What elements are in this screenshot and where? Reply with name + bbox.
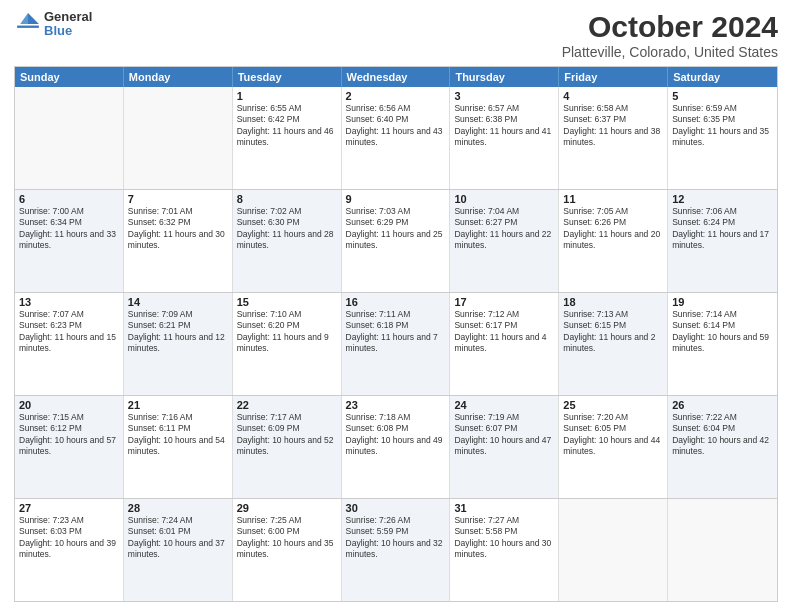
cal-cell: 20Sunrise: 7:15 AM Sunset: 6:12 PM Dayli… bbox=[15, 396, 124, 498]
cal-week-0: 1Sunrise: 6:55 AM Sunset: 6:42 PM Daylig… bbox=[15, 87, 777, 190]
day-number: 24 bbox=[454, 399, 554, 411]
cal-cell: 18Sunrise: 7:13 AM Sunset: 6:15 PM Dayli… bbox=[559, 293, 668, 395]
svg-rect-3 bbox=[17, 26, 39, 28]
day-number: 3 bbox=[454, 90, 554, 102]
cell-info: Sunrise: 6:56 AM Sunset: 6:40 PM Dayligh… bbox=[346, 103, 446, 149]
cell-info: Sunrise: 7:19 AM Sunset: 6:07 PM Dayligh… bbox=[454, 412, 554, 458]
day-number: 25 bbox=[563, 399, 663, 411]
cal-cell: 11Sunrise: 7:05 AM Sunset: 6:26 PM Dayli… bbox=[559, 190, 668, 292]
cell-info: Sunrise: 7:05 AM Sunset: 6:26 PM Dayligh… bbox=[563, 206, 663, 252]
page-subtitle: Platteville, Colorado, United States bbox=[562, 44, 778, 60]
day-number: 18 bbox=[563, 296, 663, 308]
day-number: 12 bbox=[672, 193, 773, 205]
cal-cell: 14Sunrise: 7:09 AM Sunset: 6:21 PM Dayli… bbox=[124, 293, 233, 395]
cal-cell: 2Sunrise: 6:56 AM Sunset: 6:40 PM Daylig… bbox=[342, 87, 451, 189]
logo-line2: Blue bbox=[44, 24, 92, 38]
day-number: 29 bbox=[237, 502, 337, 514]
cal-week-2: 13Sunrise: 7:07 AM Sunset: 6:23 PM Dayli… bbox=[15, 293, 777, 396]
day-number: 26 bbox=[672, 399, 773, 411]
cell-info: Sunrise: 7:18 AM Sunset: 6:08 PM Dayligh… bbox=[346, 412, 446, 458]
cal-cell: 4Sunrise: 6:58 AM Sunset: 6:37 PM Daylig… bbox=[559, 87, 668, 189]
cell-info: Sunrise: 7:27 AM Sunset: 5:58 PM Dayligh… bbox=[454, 515, 554, 561]
day-number: 17 bbox=[454, 296, 554, 308]
cell-info: Sunrise: 7:17 AM Sunset: 6:09 PM Dayligh… bbox=[237, 412, 337, 458]
cal-cell: 29Sunrise: 7:25 AM Sunset: 6:00 PM Dayli… bbox=[233, 499, 342, 601]
day-number: 9 bbox=[346, 193, 446, 205]
cell-info: Sunrise: 7:03 AM Sunset: 6:29 PM Dayligh… bbox=[346, 206, 446, 252]
cal-cell: 8Sunrise: 7:02 AM Sunset: 6:30 PM Daylig… bbox=[233, 190, 342, 292]
logo-text: General Blue bbox=[44, 10, 92, 39]
cal-cell: 19Sunrise: 7:14 AM Sunset: 6:14 PM Dayli… bbox=[668, 293, 777, 395]
day-number: 15 bbox=[237, 296, 337, 308]
cell-info: Sunrise: 7:23 AM Sunset: 6:03 PM Dayligh… bbox=[19, 515, 119, 561]
cell-info: Sunrise: 6:55 AM Sunset: 6:42 PM Dayligh… bbox=[237, 103, 337, 149]
day-number: 19 bbox=[672, 296, 773, 308]
day-number: 20 bbox=[19, 399, 119, 411]
cal-cell: 25Sunrise: 7:20 AM Sunset: 6:05 PM Dayli… bbox=[559, 396, 668, 498]
calendar-header-row: SundayMondayTuesdayWednesdayThursdayFrid… bbox=[15, 67, 777, 87]
cal-header-friday: Friday bbox=[559, 67, 668, 87]
cell-info: Sunrise: 7:25 AM Sunset: 6:00 PM Dayligh… bbox=[237, 515, 337, 561]
cal-week-1: 6Sunrise: 7:00 AM Sunset: 6:34 PM Daylig… bbox=[15, 190, 777, 293]
cell-info: Sunrise: 7:04 AM Sunset: 6:27 PM Dayligh… bbox=[454, 206, 554, 252]
cell-info: Sunrise: 6:57 AM Sunset: 6:38 PM Dayligh… bbox=[454, 103, 554, 149]
day-number: 6 bbox=[19, 193, 119, 205]
cell-info: Sunrise: 7:14 AM Sunset: 6:14 PM Dayligh… bbox=[672, 309, 773, 355]
cal-cell bbox=[124, 87, 233, 189]
cal-week-3: 20Sunrise: 7:15 AM Sunset: 6:12 PM Dayli… bbox=[15, 396, 777, 499]
logo-line1: General bbox=[44, 10, 92, 24]
day-number: 23 bbox=[346, 399, 446, 411]
cal-cell: 10Sunrise: 7:04 AM Sunset: 6:27 PM Dayli… bbox=[450, 190, 559, 292]
cell-info: Sunrise: 7:13 AM Sunset: 6:15 PM Dayligh… bbox=[563, 309, 663, 355]
cal-header-sunday: Sunday bbox=[15, 67, 124, 87]
cell-info: Sunrise: 7:26 AM Sunset: 5:59 PM Dayligh… bbox=[346, 515, 446, 561]
cell-info: Sunrise: 7:07 AM Sunset: 6:23 PM Dayligh… bbox=[19, 309, 119, 355]
cal-header-saturday: Saturday bbox=[668, 67, 777, 87]
cell-info: Sunrise: 6:59 AM Sunset: 6:35 PM Dayligh… bbox=[672, 103, 773, 149]
day-number: 7 bbox=[128, 193, 228, 205]
calendar: SundayMondayTuesdayWednesdayThursdayFrid… bbox=[14, 66, 778, 602]
day-number: 22 bbox=[237, 399, 337, 411]
title-block: October 2024 Platteville, Colorado, Unit… bbox=[562, 10, 778, 60]
cell-info: Sunrise: 7:06 AM Sunset: 6:24 PM Dayligh… bbox=[672, 206, 773, 252]
cell-info: Sunrise: 7:16 AM Sunset: 6:11 PM Dayligh… bbox=[128, 412, 228, 458]
cell-info: Sunrise: 7:24 AM Sunset: 6:01 PM Dayligh… bbox=[128, 515, 228, 561]
page: General Blue October 2024 Platteville, C… bbox=[0, 0, 792, 612]
cal-cell: 30Sunrise: 7:26 AM Sunset: 5:59 PM Dayli… bbox=[342, 499, 451, 601]
day-number: 5 bbox=[672, 90, 773, 102]
cal-header-monday: Monday bbox=[124, 67, 233, 87]
day-number: 2 bbox=[346, 90, 446, 102]
day-number: 27 bbox=[19, 502, 119, 514]
cal-header-wednesday: Wednesday bbox=[342, 67, 451, 87]
cal-header-thursday: Thursday bbox=[450, 67, 559, 87]
day-number: 30 bbox=[346, 502, 446, 514]
cal-cell bbox=[559, 499, 668, 601]
page-title: October 2024 bbox=[562, 10, 778, 44]
cal-cell: 28Sunrise: 7:24 AM Sunset: 6:01 PM Dayli… bbox=[124, 499, 233, 601]
cell-info: Sunrise: 7:11 AM Sunset: 6:18 PM Dayligh… bbox=[346, 309, 446, 355]
day-number: 1 bbox=[237, 90, 337, 102]
cal-cell: 7Sunrise: 7:01 AM Sunset: 6:32 PM Daylig… bbox=[124, 190, 233, 292]
logo: General Blue bbox=[14, 10, 92, 39]
cell-info: Sunrise: 7:22 AM Sunset: 6:04 PM Dayligh… bbox=[672, 412, 773, 458]
cal-cell: 13Sunrise: 7:07 AM Sunset: 6:23 PM Dayli… bbox=[15, 293, 124, 395]
day-number: 13 bbox=[19, 296, 119, 308]
cal-cell: 26Sunrise: 7:22 AM Sunset: 6:04 PM Dayli… bbox=[668, 396, 777, 498]
cell-info: Sunrise: 7:20 AM Sunset: 6:05 PM Dayligh… bbox=[563, 412, 663, 458]
cal-cell: 16Sunrise: 7:11 AM Sunset: 6:18 PM Dayli… bbox=[342, 293, 451, 395]
cal-week-4: 27Sunrise: 7:23 AM Sunset: 6:03 PM Dayli… bbox=[15, 499, 777, 601]
cal-cell: 31Sunrise: 7:27 AM Sunset: 5:58 PM Dayli… bbox=[450, 499, 559, 601]
header: General Blue October 2024 Platteville, C… bbox=[14, 10, 778, 60]
cal-cell: 9Sunrise: 7:03 AM Sunset: 6:29 PM Daylig… bbox=[342, 190, 451, 292]
cal-cell bbox=[15, 87, 124, 189]
cell-info: Sunrise: 7:12 AM Sunset: 6:17 PM Dayligh… bbox=[454, 309, 554, 355]
day-number: 14 bbox=[128, 296, 228, 308]
cell-info: Sunrise: 7:09 AM Sunset: 6:21 PM Dayligh… bbox=[128, 309, 228, 355]
cell-info: Sunrise: 7:10 AM Sunset: 6:20 PM Dayligh… bbox=[237, 309, 337, 355]
day-number: 8 bbox=[237, 193, 337, 205]
cal-cell: 1Sunrise: 6:55 AM Sunset: 6:42 PM Daylig… bbox=[233, 87, 342, 189]
day-number: 4 bbox=[563, 90, 663, 102]
cal-cell: 12Sunrise: 7:06 AM Sunset: 6:24 PM Dayli… bbox=[668, 190, 777, 292]
cal-cell: 23Sunrise: 7:18 AM Sunset: 6:08 PM Dayli… bbox=[342, 396, 451, 498]
cal-cell: 27Sunrise: 7:23 AM Sunset: 6:03 PM Dayli… bbox=[15, 499, 124, 601]
